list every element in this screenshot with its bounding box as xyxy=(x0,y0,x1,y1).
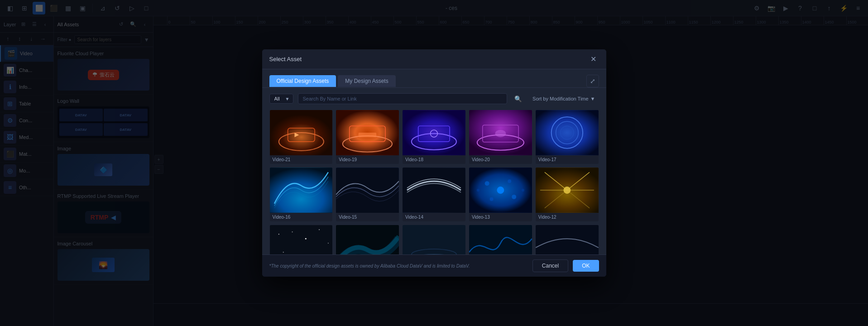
asset-video-13[interactable]: Video-13 xyxy=(469,167,532,222)
svg-point-27 xyxy=(489,197,493,201)
svg-rect-8 xyxy=(403,110,465,155)
svg-rect-54 xyxy=(536,225,599,254)
sort-by-btn[interactable]: Sort by Modification Time ▼ xyxy=(529,94,599,103)
asset-thumb-video-21 xyxy=(270,110,333,155)
asset-thumb-video-16 xyxy=(270,168,333,213)
asset-filter-select[interactable]: All xyxy=(269,94,293,104)
asset-name-video-17: Video-17 xyxy=(536,155,599,164)
asset-thumb-video-r4 xyxy=(469,225,532,254)
svg-rect-39 xyxy=(270,225,333,254)
asset-name-video-14: Video-14 xyxy=(403,213,465,221)
asset-thumb-video-r2 xyxy=(336,225,399,254)
cancel-button[interactable]: Cancel xyxy=(532,259,568,272)
svg-point-46 xyxy=(283,252,283,253)
asset-video-r1[interactable]: Video-11 xyxy=(269,225,333,254)
svg-rect-22 xyxy=(403,168,465,212)
asset-thumb-video-r3 xyxy=(403,225,465,254)
asset-name-video-13: Video-13 xyxy=(469,213,532,221)
filter-select-wrapper: All ▼ xyxy=(269,94,293,104)
svg-point-30 xyxy=(522,189,524,192)
asset-name-video-18: Video-18 xyxy=(403,155,465,164)
asset-search-input[interactable] xyxy=(298,93,508,104)
svg-point-44 xyxy=(319,229,320,230)
asset-thumb-video-13 xyxy=(469,168,532,213)
sort-chevron-icon: ▼ xyxy=(590,96,595,101)
asset-video-18[interactable]: Video-18 xyxy=(402,110,466,164)
modal-header: Select Asset ✕ xyxy=(262,49,606,69)
asset-thumb-video-17 xyxy=(536,110,599,155)
asset-name-video-15: Video-15 xyxy=(336,213,399,221)
copyright-text: *The copyright of the official design as… xyxy=(269,264,528,268)
asset-name-video-12: Video-12 xyxy=(536,213,599,221)
asset-video-14[interactable]: Video-14 xyxy=(402,167,466,222)
asset-name-video-19: Video-19 xyxy=(336,155,399,164)
svg-point-24 xyxy=(497,187,504,194)
svg-rect-7 xyxy=(359,133,377,137)
svg-rect-53 xyxy=(469,225,532,254)
asset-thumb-video-19 xyxy=(336,110,399,155)
asset-grid: Video-21 xyxy=(262,110,606,254)
ok-button[interactable]: OK xyxy=(573,260,599,272)
asset-thumb-video-r5 xyxy=(536,225,599,254)
asset-video-r3[interactable]: Video-9 xyxy=(402,225,466,254)
svg-point-38 xyxy=(563,187,571,194)
svg-point-29 xyxy=(477,189,480,192)
asset-video-12[interactable]: Video-12 xyxy=(535,167,599,222)
asset-video-19[interactable]: Video-19 xyxy=(336,110,399,164)
svg-point-42 xyxy=(292,231,293,232)
asset-name-video-21: Video-21 xyxy=(270,155,333,164)
modal-tabs: Official Design Assets My Design Assets … xyxy=(262,69,606,88)
asset-thumb-video-r1 xyxy=(270,225,333,254)
asset-thumb-video-14 xyxy=(403,168,465,213)
sort-label: Sort by Modification Time xyxy=(532,96,589,101)
asset-video-r4[interactable]: Video-8 xyxy=(469,225,532,254)
svg-point-15 xyxy=(495,130,506,137)
asset-video-21[interactable]: Video-21 xyxy=(269,110,333,164)
asset-video-r5[interactable]: Video-7 xyxy=(535,225,599,254)
modal-external-link-btn[interactable]: ⤢ xyxy=(586,75,599,87)
modal-overlay[interactable]: Select Asset ✕ Official Design Assets My… xyxy=(0,0,868,326)
modal-close-btn[interactable]: ✕ xyxy=(588,54,599,65)
svg-point-25 xyxy=(485,181,489,186)
asset-thumb-video-12 xyxy=(536,168,599,213)
modal-footer: *The copyright of the official design as… xyxy=(262,254,606,277)
asset-search-btn[interactable]: 🔍 xyxy=(512,92,524,105)
asset-thumb-video-15 xyxy=(336,168,399,213)
svg-rect-50 xyxy=(403,225,465,254)
asset-name-video-16: Video-16 xyxy=(270,213,333,221)
tab-official-assets[interactable]: Official Design Assets xyxy=(269,75,336,87)
asset-video-16[interactable]: Video-16 xyxy=(269,167,333,222)
asset-thumb-video-20 xyxy=(469,110,532,155)
svg-point-41 xyxy=(278,234,279,235)
svg-point-28 xyxy=(508,179,511,183)
asset-video-15[interactable]: Video-15 xyxy=(336,167,399,222)
select-asset-modal: Select Asset ✕ Official Design Assets My… xyxy=(262,49,606,277)
svg-point-43 xyxy=(305,238,306,240)
tab-my-assets[interactable]: My Design Assets xyxy=(338,75,395,87)
svg-point-45 xyxy=(327,243,328,244)
asset-thumb-video-18 xyxy=(403,110,465,155)
modal-title: Select Asset xyxy=(269,56,588,62)
asset-video-20[interactable]: Video-20 xyxy=(469,110,532,164)
modal-controls: All ▼ 🔍 Sort by Modification Time ▼ xyxy=(262,88,606,110)
asset-video-17[interactable]: Video-17 xyxy=(535,110,599,164)
svg-point-26 xyxy=(512,195,516,199)
asset-video-r2[interactable]: Video-10 xyxy=(336,225,399,254)
asset-name-video-20: Video-20 xyxy=(469,155,532,164)
